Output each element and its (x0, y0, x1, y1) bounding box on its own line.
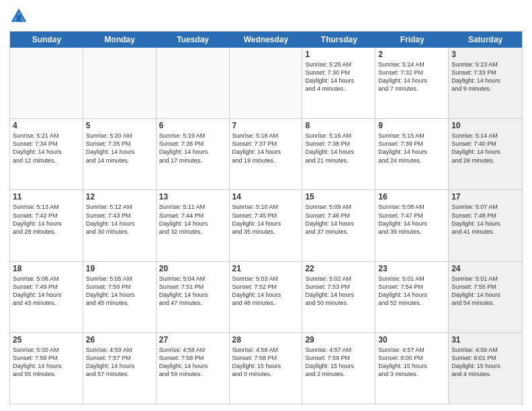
weekday-header-monday: Monday (83, 32, 157, 48)
calendar-cell-4: 4Sunrise: 5:21 AM Sunset: 7:34 PM Daylig… (10, 119, 83, 189)
day-number: 19 (86, 264, 153, 273)
calendar-cell-1: 1Sunrise: 5:25 AM Sunset: 7:30 PM Daylig… (302, 48, 375, 118)
day-number: 9 (378, 121, 445, 130)
day-number: 25 (13, 335, 80, 345)
weekday-header-friday: Friday (375, 32, 449, 48)
calendar-cell-14: 14Sunrise: 5:10 AM Sunset: 7:45 PM Dayli… (230, 190, 303, 261)
calendar-cell-29: 29Sunrise: 4:57 AM Sunset: 7:59 PM Dayli… (302, 333, 375, 404)
cell-detail: Sunrise: 5:10 AM Sunset: 7:45 PM Dayligh… (232, 203, 300, 236)
cell-detail: Sunrise: 4:59 AM Sunset: 7:57 PM Dayligh… (86, 346, 153, 379)
svg-rect-2 (17, 15, 21, 22)
day-number: 20 (159, 264, 226, 273)
day-number: 14 (232, 192, 300, 201)
day-number: 17 (451, 192, 519, 201)
day-number: 6 (159, 121, 226, 130)
calendar-cell-16: 16Sunrise: 5:08 AM Sunset: 7:47 PM Dayli… (375, 190, 449, 261)
cell-detail: Sunrise: 5:03 AM Sunset: 7:52 PM Dayligh… (232, 275, 300, 308)
calendar-row-0: 1Sunrise: 5:25 AM Sunset: 7:30 PM Daylig… (10, 48, 522, 119)
calendar-cell-25: 25Sunrise: 5:00 AM Sunset: 7:56 PM Dayli… (10, 333, 83, 404)
calendar-cell-21: 21Sunrise: 5:03 AM Sunset: 7:52 PM Dayli… (230, 262, 303, 332)
cell-detail: Sunrise: 4:56 AM Sunset: 8:01 PM Dayligh… (451, 346, 519, 379)
calendar-cell-13: 13Sunrise: 5:11 AM Sunset: 7:44 PM Dayli… (157, 190, 230, 261)
logo-icon (9, 7, 28, 26)
cell-detail: Sunrise: 5:00 AM Sunset: 7:56 PM Dayligh… (13, 346, 80, 379)
weekday-header-thursday: Thursday (302, 32, 375, 48)
page: SundayMondayTuesdayWednesdayThursdayFrid… (0, 0, 532, 411)
cell-detail: Sunrise: 5:21 AM Sunset: 7:34 PM Dayligh… (13, 132, 80, 165)
day-number: 30 (378, 335, 445, 345)
calendar-cell-empty-0-1 (83, 48, 157, 118)
calendar-cell-18: 18Sunrise: 5:06 AM Sunset: 7:49 PM Dayli… (10, 262, 83, 332)
calendar-cell-7: 7Sunrise: 5:18 AM Sunset: 7:37 PM Daylig… (230, 119, 303, 189)
weekday-header-saturday: Saturday (449, 32, 522, 48)
cell-detail: Sunrise: 5:06 AM Sunset: 7:49 PM Dayligh… (13, 275, 80, 308)
calendar-cell-empty-0-0 (10, 48, 83, 118)
calendar-cell-2: 2Sunrise: 5:24 AM Sunset: 7:32 PM Daylig… (375, 48, 449, 118)
calendar-row-1: 4Sunrise: 5:21 AM Sunset: 7:34 PM Daylig… (10, 119, 522, 190)
cell-detail: Sunrise: 5:25 AM Sunset: 7:30 PM Dayligh… (305, 60, 372, 93)
calendar-row-3: 18Sunrise: 5:06 AM Sunset: 7:49 PM Dayli… (10, 262, 522, 333)
cell-detail: Sunrise: 5:11 AM Sunset: 7:44 PM Dayligh… (159, 203, 226, 236)
day-number: 11 (13, 192, 80, 201)
calendar-cell-23: 23Sunrise: 5:01 AM Sunset: 7:54 PM Dayli… (375, 262, 449, 332)
calendar: SundayMondayTuesdayWednesdayThursdayFrid… (9, 31, 523, 404)
calendar-cell-6: 6Sunrise: 5:19 AM Sunset: 7:36 PM Daylig… (157, 119, 230, 189)
calendar-cell-11: 11Sunrise: 5:13 AM Sunset: 7:42 PM Dayli… (10, 190, 83, 261)
cell-detail: Sunrise: 5:20 AM Sunset: 7:35 PM Dayligh… (86, 132, 153, 165)
day-number: 12 (86, 192, 153, 201)
day-number: 3 (451, 50, 519, 59)
calendar-cell-26: 26Sunrise: 4:59 AM Sunset: 7:57 PM Dayli… (83, 333, 157, 404)
calendar-cell-27: 27Sunrise: 4:58 AM Sunset: 7:58 PM Dayli… (157, 333, 230, 404)
cell-detail: Sunrise: 5:14 AM Sunset: 7:40 PM Dayligh… (451, 132, 519, 165)
cell-detail: Sunrise: 5:15 AM Sunset: 7:39 PM Dayligh… (378, 132, 445, 165)
calendar-cell-3: 3Sunrise: 5:23 AM Sunset: 7:33 PM Daylig… (449, 48, 522, 118)
day-number: 16 (378, 192, 445, 201)
logo (9, 7, 31, 26)
calendar-cell-30: 30Sunrise: 4:57 AM Sunset: 8:00 PM Dayli… (375, 333, 449, 404)
day-number: 7 (232, 121, 300, 130)
day-number: 26 (86, 335, 153, 345)
weekday-header-tuesday: Tuesday (157, 32, 230, 48)
weekday-header-sunday: Sunday (10, 32, 83, 48)
header (9, 7, 523, 26)
cell-detail: Sunrise: 5:02 AM Sunset: 7:53 PM Dayligh… (305, 275, 372, 308)
calendar-cell-22: 22Sunrise: 5:02 AM Sunset: 7:53 PM Dayli… (302, 262, 375, 332)
cell-detail: Sunrise: 5:08 AM Sunset: 7:47 PM Dayligh… (378, 203, 445, 236)
calendar-row-4: 25Sunrise: 5:00 AM Sunset: 7:56 PM Dayli… (10, 333, 522, 404)
calendar-cell-10: 10Sunrise: 5:14 AM Sunset: 7:40 PM Dayli… (449, 119, 522, 189)
calendar-cell-9: 9Sunrise: 5:15 AM Sunset: 7:39 PM Daylig… (375, 119, 449, 189)
cell-detail: Sunrise: 5:23 AM Sunset: 7:33 PM Dayligh… (451, 60, 519, 93)
calendar-row-2: 11Sunrise: 5:13 AM Sunset: 7:42 PM Dayli… (10, 190, 522, 261)
calendar-cell-empty-0-2 (157, 48, 230, 118)
calendar-cell-28: 28Sunrise: 4:58 AM Sunset: 7:58 PM Dayli… (230, 333, 303, 404)
calendar-cell-31: 31Sunrise: 4:56 AM Sunset: 8:01 PM Dayli… (449, 333, 522, 404)
day-number: 5 (86, 121, 153, 130)
day-number: 23 (378, 264, 445, 273)
calendar-cell-empty-0-3 (230, 48, 303, 118)
day-number: 2 (378, 50, 445, 59)
day-number: 24 (451, 264, 519, 273)
calendar-cell-17: 17Sunrise: 5:07 AM Sunset: 7:48 PM Dayli… (449, 190, 522, 261)
cell-detail: Sunrise: 5:01 AM Sunset: 7:55 PM Dayligh… (451, 275, 519, 308)
calendar-header: SundayMondayTuesdayWednesdayThursdayFrid… (10, 32, 522, 48)
cell-detail: Sunrise: 5:09 AM Sunset: 7:46 PM Dayligh… (305, 203, 372, 236)
day-number: 29 (305, 335, 372, 345)
weekday-header-wednesday: Wednesday (230, 32, 303, 48)
cell-detail: Sunrise: 4:58 AM Sunset: 7:58 PM Dayligh… (232, 346, 300, 379)
cell-detail: Sunrise: 5:24 AM Sunset: 7:32 PM Dayligh… (378, 60, 445, 93)
calendar-cell-15: 15Sunrise: 5:09 AM Sunset: 7:46 PM Dayli… (302, 190, 375, 261)
day-number: 13 (159, 192, 226, 201)
cell-detail: Sunrise: 5:07 AM Sunset: 7:48 PM Dayligh… (451, 203, 519, 236)
cell-detail: Sunrise: 5:16 AM Sunset: 7:38 PM Dayligh… (305, 132, 372, 165)
day-number: 4 (13, 121, 80, 130)
cell-detail: Sunrise: 5:12 AM Sunset: 7:43 PM Dayligh… (86, 203, 153, 236)
day-number: 18 (13, 264, 80, 273)
calendar-cell-24: 24Sunrise: 5:01 AM Sunset: 7:55 PM Dayli… (449, 262, 522, 332)
day-number: 28 (232, 335, 300, 345)
cell-detail: Sunrise: 5:04 AM Sunset: 7:51 PM Dayligh… (159, 275, 226, 308)
calendar-cell-19: 19Sunrise: 5:05 AM Sunset: 7:50 PM Dayli… (83, 262, 157, 332)
cell-detail: Sunrise: 5:13 AM Sunset: 7:42 PM Dayligh… (13, 203, 80, 236)
day-number: 31 (451, 335, 519, 345)
day-number: 1 (305, 50, 372, 59)
cell-detail: Sunrise: 5:18 AM Sunset: 7:37 PM Dayligh… (232, 132, 300, 165)
